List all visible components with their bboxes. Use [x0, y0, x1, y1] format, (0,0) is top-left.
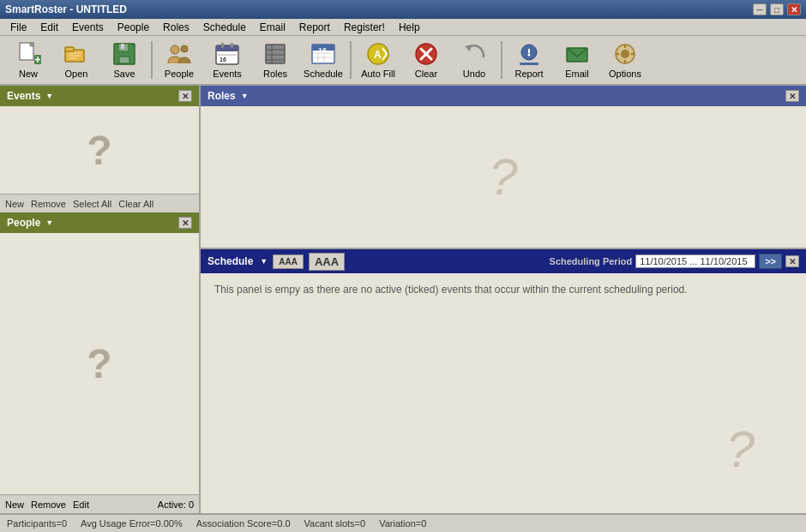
clear-toolbar-button[interactable]: Clear: [403, 39, 449, 81]
email-icon: [563, 41, 591, 67]
autofill-icon: A: [364, 41, 392, 67]
roles-panel-close-button[interactable]: ✕: [785, 90, 799, 102]
menu-register[interactable]: Register!: [337, 20, 392, 35]
svg-rect-18: [216, 45, 238, 51]
title-bar: SmartRoster - UNTITLED ─ □ ✕: [0, 0, 806, 19]
new-icon: [15, 41, 42, 67]
open-icon: [63, 41, 90, 67]
events-remove-link[interactable]: Remove: [31, 199, 66, 209]
menu-report[interactable]: Report: [292, 20, 337, 35]
svg-rect-44: [520, 63, 538, 65]
email-toolbar-button[interactable]: Email: [554, 39, 600, 81]
roles-panel-header: Roles ▼ ✕: [201, 86, 806, 106]
people-panel-header-left: People ▼: [7, 217, 53, 229]
events-panel-close-button[interactable]: ✕: [178, 90, 192, 102]
options-icon: [611, 41, 639, 67]
schedule-nav-button[interactable]: >>: [759, 254, 782, 269]
status-bar: Participants=0 Avg Usage Error=0.00% Ass…: [0, 513, 806, 532]
app-title: SmartRoster - UNTITLED: [5, 3, 127, 15]
people-icon: [165, 41, 193, 67]
events-panel: Events ▼ ✕ ? New Remove Select All Clear…: [0, 86, 199, 212]
report-icon: [515, 41, 543, 67]
people-remove-link[interactable]: Remove: [31, 499, 66, 510]
font-large-button[interactable]: AAA: [309, 253, 345, 271]
schedule-panel-title: Schedule: [208, 255, 253, 267]
svg-rect-19: [221, 43, 224, 48]
save-button[interactable]: Save: [101, 39, 147, 81]
autofill-label: Auto Fill: [361, 69, 395, 79]
close-button[interactable]: ✕: [787, 3, 801, 15]
clear-icon: [412, 41, 440, 67]
report-toolbar-button[interactable]: Report: [506, 39, 552, 81]
main-area: Events ▼ ✕ ? New Remove Select All Clear…: [0, 86, 806, 513]
font-small-button[interactable]: AAA: [273, 254, 304, 269]
roles-placeholder: ?: [489, 147, 517, 206]
roles-panel: Roles ▼ ✕ ?: [201, 86, 806, 248]
schedule-header-right: Scheduling Period >> ✕: [550, 254, 799, 269]
events-dropdown-arrow[interactable]: ▼: [45, 92, 53, 100]
menu-help[interactable]: Help: [392, 20, 427, 35]
events-toolbar-button[interactable]: 16 Events: [204, 39, 250, 81]
svg-rect-20: [231, 43, 233, 48]
menu-schedule[interactable]: Schedule: [196, 20, 253, 35]
status-participants: Participants=0: [7, 518, 67, 529]
schedule-panel-close-button[interactable]: ✕: [785, 255, 799, 267]
status-association-score: Association Score=0.0: [196, 518, 291, 529]
menu-people[interactable]: People: [111, 20, 156, 35]
clear-label: Clear: [415, 69, 437, 79]
svg-point-15: [171, 45, 179, 54]
scheduling-period-input[interactable]: [635, 254, 755, 268]
separator-3: [501, 41, 502, 79]
left-panels: Events ▼ ✕ ? New Remove Select All Clear…: [0, 86, 201, 513]
toolbar: New Open Save: [0, 36, 806, 86]
people-placeholder: ?: [87, 340, 111, 387]
separator-2: [350, 41, 352, 79]
minimize-button[interactable]: ─: [753, 3, 767, 15]
schedule-panel-header: Schedule ▼ AAA AAA Scheduling Period >> …: [201, 249, 806, 273]
people-label: People: [165, 69, 194, 79]
roles-toolbar-button[interactable]: Roles: [252, 39, 298, 81]
email-label: Email: [565, 69, 589, 79]
autofill-toolbar-button[interactable]: A Auto Fill: [355, 39, 401, 81]
people-panel-close-button[interactable]: ✕: [178, 217, 192, 229]
people-panel-header: People ▼ ✕: [0, 212, 199, 233]
roles-icon: [262, 41, 289, 67]
events-clear-all-link[interactable]: Clear All: [118, 199, 153, 209]
options-label: Options: [609, 69, 641, 79]
people-toolbar-button[interactable]: People: [156, 39, 202, 81]
svg-text:16: 16: [318, 46, 327, 55]
people-edit-link[interactable]: Edit: [73, 499, 89, 510]
undo-toolbar-button[interactable]: Undo: [451, 39, 497, 81]
new-button[interactable]: New: [5, 39, 51, 81]
events-content: ?: [0, 106, 199, 194]
maximize-button[interactable]: □: [770, 3, 784, 15]
menu-file[interactable]: File: [3, 20, 33, 35]
people-panel: People ▼ ✕ ? New Remove Edit Active: 0: [0, 212, 199, 513]
schedule-placeholder: ?: [726, 420, 755, 479]
schedule-dropdown-arrow[interactable]: ▼: [260, 257, 268, 266]
events-panel-footer: New Remove Select All Clear All: [0, 194, 199, 212]
schedule-header-left: Schedule ▼ AAA AAA: [208, 253, 345, 271]
people-footer-links: New Remove Edit: [5, 499, 89, 510]
roles-dropdown-arrow[interactable]: ▼: [241, 92, 249, 100]
svg-rect-23: [266, 45, 285, 63]
roles-panel-header-left: Roles ▼: [208, 90, 249, 102]
menu-email[interactable]: Email: [253, 20, 292, 35]
people-new-link[interactable]: New: [5, 499, 24, 510]
events-select-all-link[interactable]: Select All: [73, 199, 111, 209]
events-new-link[interactable]: New: [5, 199, 24, 209]
schedule-icon: 16: [310, 41, 337, 67]
menu-roles[interactable]: Roles: [156, 20, 196, 35]
schedule-toolbar-button[interactable]: 16 Schedule: [300, 39, 346, 81]
schedule-empty-message: This panel is empy as there are no activ…: [214, 284, 688, 296]
people-dropdown-arrow[interactable]: ▼: [45, 218, 53, 227]
svg-text:A: A: [374, 49, 382, 61]
events-placeholder: ?: [87, 127, 111, 174]
options-toolbar-button[interactable]: Options: [602, 39, 648, 81]
save-icon: [111, 41, 138, 67]
scheduling-period-label: Scheduling Period: [550, 256, 633, 266]
open-button[interactable]: Open: [53, 39, 99, 81]
menu-events[interactable]: Events: [65, 20, 111, 35]
events-icon: 16: [214, 41, 241, 67]
menu-edit[interactable]: Edit: [33, 20, 65, 35]
